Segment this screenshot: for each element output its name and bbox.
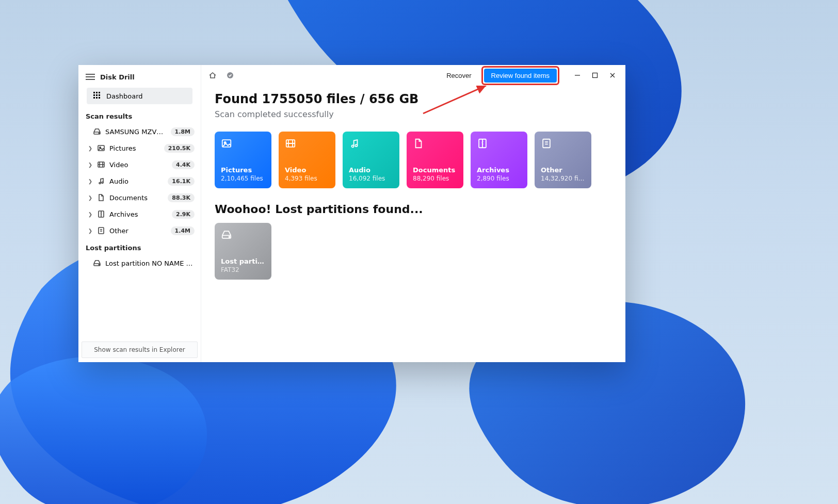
svg-rect-5 — [99, 94, 100, 96]
sidebar: Disk Drill Dashboard Scan results SAMSUN… — [78, 65, 201, 362]
chevron-right-icon: ❯ — [88, 178, 93, 184]
card-title: Lost partitio... — [221, 257, 265, 265]
count-badge: 1.4M — [171, 226, 195, 235]
status-check-icon[interactable] — [223, 68, 237, 83]
chevron-right-icon: ❯ — [88, 162, 93, 168]
nav-label: Dashboard — [106, 92, 143, 100]
window-maximize-button[interactable] — [586, 68, 604, 83]
svg-point-27 — [355, 144, 357, 147]
card-title: Audio — [349, 166, 393, 174]
button-label: Recover — [446, 72, 471, 79]
drive-icon — [93, 259, 101, 267]
film-icon — [285, 138, 329, 152]
content: Found 1755050 files / 656 GB Scan comple… — [201, 86, 625, 362]
tree-label: Documents — [109, 194, 164, 202]
card-count: 88,290 files — [413, 175, 457, 182]
tree-pictures[interactable]: ❯ Pictures 210.5K — [82, 140, 198, 156]
card-count: 2,10,465 files — [221, 175, 265, 182]
review-found-items-button[interactable]: Review found items — [484, 69, 557, 83]
svg-rect-4 — [96, 94, 98, 96]
found-headline: Found 1755050 files / 656 GB — [215, 92, 612, 106]
annotation-highlight: Review found items — [481, 66, 559, 85]
svg-point-31 — [229, 236, 230, 237]
tree-label: Pictures — [109, 144, 160, 152]
home-button[interactable] — [205, 68, 220, 83]
card-documents[interactable]: Documents 88,290 files — [407, 132, 463, 188]
svg-point-15 — [102, 182, 103, 184]
svg-rect-0 — [93, 92, 95, 93]
svg-rect-8 — [99, 97, 100, 99]
chevron-right-icon: ❯ — [88, 212, 93, 217]
titlebar: Recover Review found items — [201, 65, 625, 86]
image-icon — [97, 144, 105, 152]
button-label: Show scan results in Explorer — [94, 346, 185, 353]
card-pictures[interactable]: Pictures 2,10,465 files — [215, 132, 271, 188]
image-icon — [221, 138, 265, 152]
tree-other[interactable]: ❯ Other 1.4M — [82, 222, 198, 239]
other-icon — [97, 226, 105, 235]
tree-label: Archives — [109, 210, 168, 218]
drive-icon — [221, 229, 265, 242]
tree-label: Video — [109, 161, 168, 169]
tree-documents[interactable]: ❯ Documents 88.3K — [82, 189, 198, 206]
tree-audio[interactable]: ❯ Audio 16.1K — [82, 173, 198, 189]
document-icon — [413, 138, 457, 152]
card-title: Pictures — [221, 166, 265, 174]
count-badge: 16.1K — [168, 177, 195, 186]
tree-label: Other — [109, 227, 167, 235]
chevron-right-icon: ❯ — [88, 228, 93, 234]
svg-point-26 — [352, 145, 354, 147]
music-icon — [349, 138, 393, 152]
recover-button[interactable]: Recover — [440, 69, 478, 83]
scan-status: Scan completed successfully — [215, 109, 612, 119]
category-cards: Pictures 2,10,465 files Video 4,393 file… — [215, 132, 612, 188]
count-badge: 2.9K — [172, 210, 195, 219]
tree-video[interactable]: ❯ Video 4.4K — [82, 156, 198, 173]
svg-point-14 — [99, 183, 101, 184]
card-video[interactable]: Video 4,393 files — [279, 132, 335, 188]
section-lost-partitions: Lost partitions — [78, 239, 201, 255]
tree-label: SAMSUNG MZVLB1T0... — [105, 128, 167, 136]
card-subtitle: FAT32 — [221, 266, 265, 273]
svg-rect-3 — [93, 94, 95, 96]
tree-archives[interactable]: ❯ Archives 2.9K — [82, 206, 198, 222]
other-icon — [541, 138, 585, 152]
chevron-right-icon: ❯ — [88, 145, 93, 151]
card-title: Archives — [477, 166, 521, 174]
main-pane: Recover Review found items — [201, 65, 625, 362]
menu-button[interactable] — [86, 74, 95, 80]
window-close-button[interactable] — [604, 68, 621, 83]
tree-lost-partition[interactable]: Lost partition NO NAME (FAT... — [82, 255, 198, 271]
svg-rect-1 — [96, 92, 98, 93]
card-other[interactable]: Other 14,32,920 files — [535, 132, 591, 188]
archive-icon — [477, 138, 521, 152]
chevron-right-icon: ❯ — [88, 195, 93, 201]
card-count: 16,092 files — [349, 175, 393, 182]
svg-point-10 — [99, 133, 99, 133]
card-title: Documents — [413, 166, 457, 174]
count-badge: 4.4K — [172, 160, 195, 169]
svg-rect-29 — [543, 139, 550, 148]
film-icon — [97, 160, 105, 169]
button-label: Review found items — [491, 72, 550, 79]
svg-point-20 — [227, 72, 233, 78]
svg-rect-17 — [99, 227, 104, 234]
card-audio[interactable]: Audio 16,092 files — [343, 132, 399, 188]
dashboard-icon — [93, 91, 101, 101]
svg-rect-2 — [99, 92, 100, 93]
count-badge: 210.5K — [164, 144, 195, 153]
card-lost-partition[interactable]: Lost partitio... FAT32 — [215, 223, 271, 280]
archive-icon — [97, 210, 105, 218]
partitions-headline: Woohoo! Lost partitions found... — [215, 203, 612, 216]
svg-rect-21 — [593, 73, 598, 78]
window-minimize-button[interactable] — [569, 68, 586, 83]
tree-drive[interactable]: SAMSUNG MZVLB1T0... 1.8M — [82, 123, 198, 140]
nav-dashboard[interactable]: Dashboard — [87, 88, 192, 104]
card-count: 2,890 files — [477, 175, 521, 182]
card-title: Other — [541, 166, 585, 174]
card-count: 4,393 files — [285, 175, 329, 182]
drive-icon — [93, 127, 101, 136]
app-title: Disk Drill — [100, 73, 135, 81]
card-archives[interactable]: Archives 2,890 files — [471, 132, 527, 188]
show-in-explorer-button[interactable]: Show scan results in Explorer — [82, 342, 198, 358]
